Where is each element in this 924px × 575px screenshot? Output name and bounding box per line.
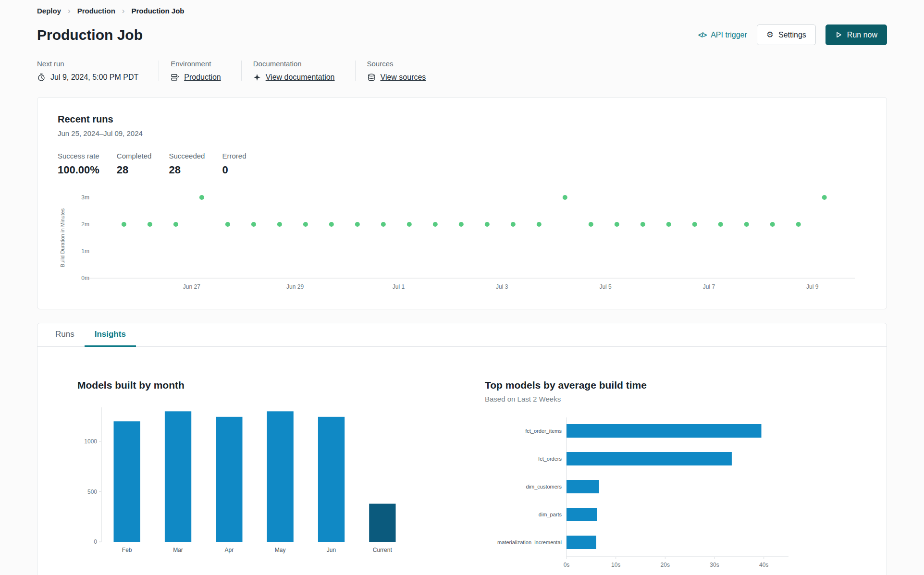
svg-text:Jul 9: Jul 9 xyxy=(806,283,819,290)
insights-panel: Runs Insights Models built by month 0500… xyxy=(37,323,887,575)
svg-text:20s: 20s xyxy=(661,562,670,568)
documentation-icon xyxy=(253,73,261,81)
meta-next-run: Next run Jul 9, 2024, 5:00 PM PDT xyxy=(37,60,159,82)
recent-runs-card: Recent runs Jun 25, 2024–Jul 09, 2024 Su… xyxy=(37,97,887,309)
svg-text:500: 500 xyxy=(87,489,97,495)
environment-label: Environment xyxy=(171,60,221,68)
svg-text:Feb: Feb xyxy=(122,547,132,553)
next-run-label: Next run xyxy=(37,60,138,68)
settings-button[interactable]: ⚙ Settings xyxy=(757,24,816,45)
view-sources-link[interactable]: View sources xyxy=(381,73,426,82)
environment-link[interactable]: Production xyxy=(184,73,221,82)
svg-text:dim_customers: dim_customers xyxy=(526,484,562,489)
run-now-button[interactable]: Run now xyxy=(825,24,887,45)
svg-text:2m: 2m xyxy=(81,221,89,228)
recent-runs-date-range: Jun 25, 2024–Jul 09, 2024 xyxy=(58,129,866,137)
models-built-section: Models built by month 05001000FebMarAprM… xyxy=(77,379,485,575)
build-duration-scatter-chart: 0m1m2m3mBuild Duration in MinutesJun 27J… xyxy=(58,193,862,294)
svg-text:dim_parts: dim_parts xyxy=(539,512,562,517)
documentation-label: Documentation xyxy=(253,60,335,68)
stat-completed: Completed 28 xyxy=(117,152,152,176)
breadcrumb-deploy[interactable]: Deploy xyxy=(37,7,61,15)
svg-text:40s: 40s xyxy=(759,562,768,568)
breadcrumb-current: Production Job xyxy=(132,7,185,15)
svg-text:1m: 1m xyxy=(81,248,89,255)
svg-text:Jul 7: Jul 7 xyxy=(703,283,715,290)
svg-text:Mar: Mar xyxy=(173,547,183,553)
svg-text:Jun 29: Jun 29 xyxy=(286,283,304,290)
stat-succeeded: Succeeded 28 xyxy=(169,152,205,176)
recent-runs-title: Recent runs xyxy=(58,114,866,125)
svg-text:fct_order_items: fct_order_items xyxy=(525,428,562,434)
svg-text:0: 0 xyxy=(94,538,97,545)
code-icon: </> xyxy=(698,31,706,39)
chart-title-models-built: Models built by month xyxy=(77,379,485,391)
svg-text:fct_orders: fct_orders xyxy=(538,456,562,462)
svg-text:10s: 10s xyxy=(611,562,620,568)
breadcrumb-production[interactable]: Production xyxy=(77,7,115,15)
meta-sources: Sources View sources xyxy=(356,60,446,82)
svg-text:0m: 0m xyxy=(81,275,89,281)
chevron-right-icon: › xyxy=(122,7,125,15)
stat-success-rate: Success rate 100.00% xyxy=(58,152,99,176)
svg-text:Apr: Apr xyxy=(224,547,234,553)
svg-text:0s: 0s xyxy=(564,562,570,568)
header-actions: </> API trigger ⚙ Settings Run now xyxy=(698,24,887,45)
sources-label: Sources xyxy=(367,60,426,68)
svg-text:Current: Current xyxy=(373,547,393,553)
svg-text:Jul 1: Jul 1 xyxy=(393,283,405,290)
environment-icon xyxy=(171,73,179,82)
top-models-section: Top models by average build time Based o… xyxy=(485,379,867,575)
svg-text:May: May xyxy=(275,547,286,553)
recent-runs-stats: Success rate 100.00% Completed 28 Succee… xyxy=(58,152,866,176)
svg-text:30s: 30s xyxy=(710,562,719,568)
page-title: Production Job xyxy=(37,27,143,43)
models-built-bar-chart: 05001000FebMarAprMayJunCurrent xyxy=(77,404,414,558)
breadcrumb: Deploy › Production › Production Job xyxy=(37,7,887,15)
api-trigger-link[interactable]: </> API trigger xyxy=(698,31,747,39)
job-meta-row: Next run Jul 9, 2024, 5:00 PM PDT Enviro… xyxy=(37,60,887,82)
run-now-label: Run now xyxy=(847,31,877,39)
svg-text:Build Duration in Minutes: Build Duration in Minutes xyxy=(60,208,65,267)
svg-text:materialization_incremental: materialization_incremental xyxy=(497,539,562,545)
meta-environment: Environment Production xyxy=(159,60,241,82)
tab-bar: Runs Insights xyxy=(37,323,887,347)
chevron-right-icon: › xyxy=(68,7,71,15)
view-documentation-link[interactable]: View documentation xyxy=(266,73,335,82)
play-icon xyxy=(835,31,842,38)
meta-documentation: Documentation View documentation xyxy=(242,60,355,82)
gear-icon: ⚙ xyxy=(766,31,774,39)
page: Deploy › Production › Production Job Pro… xyxy=(0,0,924,575)
svg-text:3m: 3m xyxy=(81,194,89,201)
svg-text:Jul 5: Jul 5 xyxy=(599,283,612,290)
insights-body: Models built by month 05001000FebMarAprM… xyxy=(37,347,887,575)
tab-runs[interactable]: Runs xyxy=(45,323,85,347)
database-icon xyxy=(367,73,376,82)
page-header: Production Job </> API trigger ⚙ Setting… xyxy=(37,24,887,45)
tab-insights[interactable]: Insights xyxy=(85,323,136,347)
settings-label: Settings xyxy=(778,31,806,39)
clock-icon xyxy=(37,73,46,82)
svg-text:1000: 1000 xyxy=(84,438,97,445)
top-models-hbar-chart: 0s10s20s30s40sfct_order_itemsfct_ordersd… xyxy=(485,415,802,575)
chart-title-top-models: Top models by average build time xyxy=(485,379,867,391)
next-run-value: Jul 9, 2024, 5:00 PM PDT xyxy=(50,73,138,82)
svg-text:Jul 3: Jul 3 xyxy=(496,283,508,290)
chart-subtitle-top-models: Based on Last 2 Weeks xyxy=(485,395,867,403)
svg-text:Jun 27: Jun 27 xyxy=(183,283,200,290)
stat-errored: Errored 0 xyxy=(222,152,246,176)
api-trigger-label: API trigger xyxy=(711,31,747,39)
svg-text:Jun: Jun xyxy=(327,547,336,553)
